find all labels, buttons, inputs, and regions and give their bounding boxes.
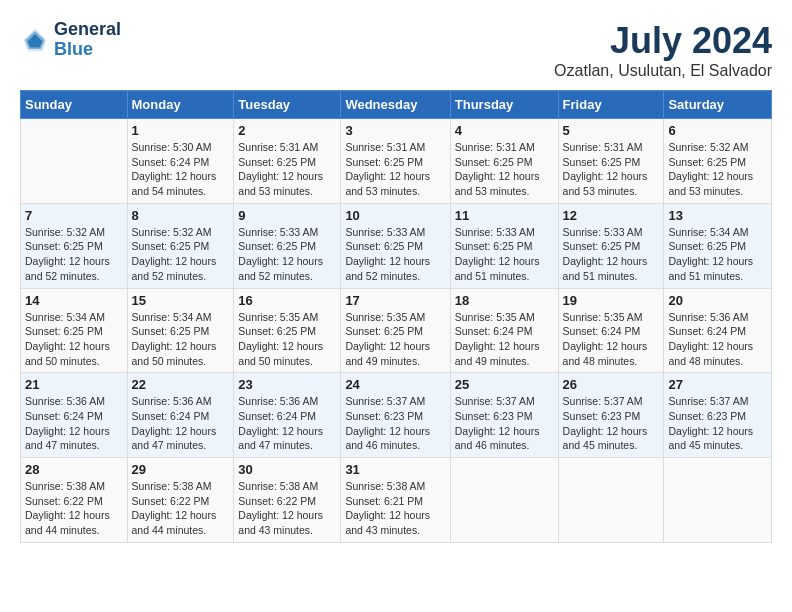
day-info: Sunrise: 5:31 AM Sunset: 6:25 PM Dayligh…	[238, 140, 336, 199]
day-info: Sunrise: 5:34 AM Sunset: 6:25 PM Dayligh…	[132, 310, 230, 369]
day-number: 22	[132, 377, 230, 392]
day-number: 17	[345, 293, 445, 308]
day-number: 12	[563, 208, 660, 223]
calendar-cell: 29Sunrise: 5:38 AM Sunset: 6:22 PM Dayli…	[127, 458, 234, 543]
day-info: Sunrise: 5:35 AM Sunset: 6:25 PM Dayligh…	[238, 310, 336, 369]
day-number: 25	[455, 377, 554, 392]
day-info: Sunrise: 5:31 AM Sunset: 6:25 PM Dayligh…	[455, 140, 554, 199]
day-info: Sunrise: 5:34 AM Sunset: 6:25 PM Dayligh…	[668, 225, 767, 284]
day-info: Sunrise: 5:33 AM Sunset: 6:25 PM Dayligh…	[563, 225, 660, 284]
day-number: 11	[455, 208, 554, 223]
header-wednesday: Wednesday	[341, 91, 450, 119]
day-number: 1	[132, 123, 230, 138]
day-number: 9	[238, 208, 336, 223]
logo: General Blue	[20, 20, 121, 60]
calendar-cell: 6Sunrise: 5:32 AM Sunset: 6:25 PM Daylig…	[664, 119, 772, 204]
header-tuesday: Tuesday	[234, 91, 341, 119]
calendar-cell: 18Sunrise: 5:35 AM Sunset: 6:24 PM Dayli…	[450, 288, 558, 373]
header-thursday: Thursday	[450, 91, 558, 119]
day-info: Sunrise: 5:37 AM Sunset: 6:23 PM Dayligh…	[563, 394, 660, 453]
calendar-cell: 11Sunrise: 5:33 AM Sunset: 6:25 PM Dayli…	[450, 203, 558, 288]
calendar-cell: 25Sunrise: 5:37 AM Sunset: 6:23 PM Dayli…	[450, 373, 558, 458]
month-title: July 2024	[554, 20, 772, 62]
calendar-cell: 20Sunrise: 5:36 AM Sunset: 6:24 PM Dayli…	[664, 288, 772, 373]
day-info: Sunrise: 5:38 AM Sunset: 6:22 PM Dayligh…	[132, 479, 230, 538]
day-number: 16	[238, 293, 336, 308]
calendar-cell: 23Sunrise: 5:36 AM Sunset: 6:24 PM Dayli…	[234, 373, 341, 458]
day-info: Sunrise: 5:31 AM Sunset: 6:25 PM Dayligh…	[345, 140, 445, 199]
calendar-cell	[450, 458, 558, 543]
day-number: 14	[25, 293, 123, 308]
calendar-week-row: 28Sunrise: 5:38 AM Sunset: 6:22 PM Dayli…	[21, 458, 772, 543]
calendar-cell: 26Sunrise: 5:37 AM Sunset: 6:23 PM Dayli…	[558, 373, 664, 458]
day-number: 13	[668, 208, 767, 223]
header-saturday: Saturday	[664, 91, 772, 119]
day-info: Sunrise: 5:32 AM Sunset: 6:25 PM Dayligh…	[25, 225, 123, 284]
calendar-week-row: 1Sunrise: 5:30 AM Sunset: 6:24 PM Daylig…	[21, 119, 772, 204]
page-header: General Blue July 2024 Ozatlan, Usulutan…	[20, 20, 772, 80]
day-info: Sunrise: 5:31 AM Sunset: 6:25 PM Dayligh…	[563, 140, 660, 199]
calendar-cell: 14Sunrise: 5:34 AM Sunset: 6:25 PM Dayli…	[21, 288, 128, 373]
day-info: Sunrise: 5:35 AM Sunset: 6:24 PM Dayligh…	[563, 310, 660, 369]
calendar-cell: 13Sunrise: 5:34 AM Sunset: 6:25 PM Dayli…	[664, 203, 772, 288]
calendar-cell: 2Sunrise: 5:31 AM Sunset: 6:25 PM Daylig…	[234, 119, 341, 204]
day-number: 10	[345, 208, 445, 223]
calendar-cell: 27Sunrise: 5:37 AM Sunset: 6:23 PM Dayli…	[664, 373, 772, 458]
day-info: Sunrise: 5:33 AM Sunset: 6:25 PM Dayligh…	[345, 225, 445, 284]
day-info: Sunrise: 5:37 AM Sunset: 6:23 PM Dayligh…	[668, 394, 767, 453]
calendar-cell: 19Sunrise: 5:35 AM Sunset: 6:24 PM Dayli…	[558, 288, 664, 373]
calendar-cell: 8Sunrise: 5:32 AM Sunset: 6:25 PM Daylig…	[127, 203, 234, 288]
calendar-cell: 1Sunrise: 5:30 AM Sunset: 6:24 PM Daylig…	[127, 119, 234, 204]
day-info: Sunrise: 5:32 AM Sunset: 6:25 PM Dayligh…	[668, 140, 767, 199]
day-info: Sunrise: 5:33 AM Sunset: 6:25 PM Dayligh…	[238, 225, 336, 284]
day-number: 15	[132, 293, 230, 308]
calendar-header-row: SundayMondayTuesdayWednesdayThursdayFrid…	[21, 91, 772, 119]
day-number: 27	[668, 377, 767, 392]
day-number: 29	[132, 462, 230, 477]
day-number: 3	[345, 123, 445, 138]
day-info: Sunrise: 5:38 AM Sunset: 6:21 PM Dayligh…	[345, 479, 445, 538]
day-number: 5	[563, 123, 660, 138]
location: Ozatlan, Usulutan, El Salvador	[554, 62, 772, 80]
calendar-cell: 4Sunrise: 5:31 AM Sunset: 6:25 PM Daylig…	[450, 119, 558, 204]
day-info: Sunrise: 5:34 AM Sunset: 6:25 PM Dayligh…	[25, 310, 123, 369]
day-number: 21	[25, 377, 123, 392]
day-number: 26	[563, 377, 660, 392]
calendar-week-row: 21Sunrise: 5:36 AM Sunset: 6:24 PM Dayli…	[21, 373, 772, 458]
day-number: 20	[668, 293, 767, 308]
day-info: Sunrise: 5:33 AM Sunset: 6:25 PM Dayligh…	[455, 225, 554, 284]
day-number: 31	[345, 462, 445, 477]
calendar-cell: 21Sunrise: 5:36 AM Sunset: 6:24 PM Dayli…	[21, 373, 128, 458]
day-info: Sunrise: 5:35 AM Sunset: 6:24 PM Dayligh…	[455, 310, 554, 369]
calendar-table: SundayMondayTuesdayWednesdayThursdayFrid…	[20, 90, 772, 543]
day-info: Sunrise: 5:32 AM Sunset: 6:25 PM Dayligh…	[132, 225, 230, 284]
day-info: Sunrise: 5:38 AM Sunset: 6:22 PM Dayligh…	[238, 479, 336, 538]
calendar-cell: 16Sunrise: 5:35 AM Sunset: 6:25 PM Dayli…	[234, 288, 341, 373]
calendar-cell: 22Sunrise: 5:36 AM Sunset: 6:24 PM Dayli…	[127, 373, 234, 458]
header-sunday: Sunday	[21, 91, 128, 119]
title-block: July 2024 Ozatlan, Usulutan, El Salvador	[554, 20, 772, 80]
calendar-cell	[21, 119, 128, 204]
logo-text: General Blue	[54, 20, 121, 60]
day-info: Sunrise: 5:36 AM Sunset: 6:24 PM Dayligh…	[238, 394, 336, 453]
day-number: 6	[668, 123, 767, 138]
calendar-cell	[664, 458, 772, 543]
day-number: 18	[455, 293, 554, 308]
day-number: 24	[345, 377, 445, 392]
calendar-cell: 9Sunrise: 5:33 AM Sunset: 6:25 PM Daylig…	[234, 203, 341, 288]
calendar-cell: 10Sunrise: 5:33 AM Sunset: 6:25 PM Dayli…	[341, 203, 450, 288]
calendar-cell: 28Sunrise: 5:38 AM Sunset: 6:22 PM Dayli…	[21, 458, 128, 543]
day-info: Sunrise: 5:35 AM Sunset: 6:25 PM Dayligh…	[345, 310, 445, 369]
calendar-cell	[558, 458, 664, 543]
calendar-cell: 30Sunrise: 5:38 AM Sunset: 6:22 PM Dayli…	[234, 458, 341, 543]
day-info: Sunrise: 5:36 AM Sunset: 6:24 PM Dayligh…	[668, 310, 767, 369]
calendar-cell: 5Sunrise: 5:31 AM Sunset: 6:25 PM Daylig…	[558, 119, 664, 204]
calendar-week-row: 7Sunrise: 5:32 AM Sunset: 6:25 PM Daylig…	[21, 203, 772, 288]
logo-icon	[20, 25, 50, 55]
day-number: 23	[238, 377, 336, 392]
day-number: 28	[25, 462, 123, 477]
day-number: 7	[25, 208, 123, 223]
calendar-cell: 31Sunrise: 5:38 AM Sunset: 6:21 PM Dayli…	[341, 458, 450, 543]
day-number: 4	[455, 123, 554, 138]
day-info: Sunrise: 5:36 AM Sunset: 6:24 PM Dayligh…	[132, 394, 230, 453]
